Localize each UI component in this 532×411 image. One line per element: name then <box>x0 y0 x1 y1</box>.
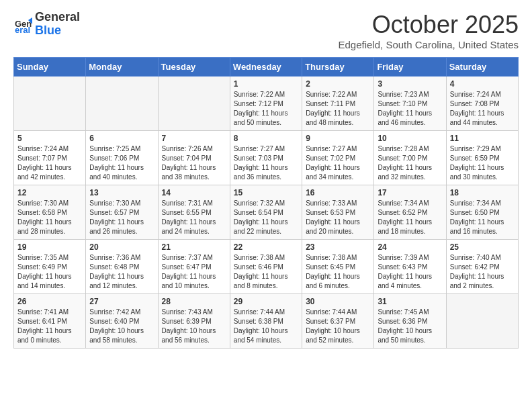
day-number: 9 <box>306 134 370 143</box>
day-info: Sunrise: 7:30 AM Sunset: 6:58 PM Dayligh… <box>17 199 82 236</box>
calendar-day-cell: 11Sunrise: 7:29 AM Sunset: 6:59 PM Dayli… <box>446 131 518 185</box>
day-number: 7 <box>162 134 226 143</box>
day-number: 30 <box>306 297 370 306</box>
weekday-header: Sunday <box>14 58 86 77</box>
day-info: Sunrise: 7:39 AM Sunset: 6:43 PM Dayligh… <box>378 253 442 291</box>
title-block: October 2025 Edgefield, South Carolina, … <box>339 11 519 50</box>
calendar-day-cell: 15Sunrise: 7:32 AM Sunset: 6:54 PM Dayli… <box>230 185 302 240</box>
day-info: Sunrise: 7:35 AM Sunset: 6:49 PM Dayligh… <box>17 253 82 291</box>
day-number: 23 <box>306 242 370 252</box>
calendar-day-cell: 29Sunrise: 7:44 AM Sunset: 6:38 PM Dayli… <box>230 294 302 349</box>
calendar-day-cell: 3Sunrise: 7:23 AM Sunset: 7:10 PM Daylig… <box>374 77 446 131</box>
day-info: Sunrise: 7:40 AM Sunset: 6:42 PM Dayligh… <box>450 253 515 291</box>
day-number: 3 <box>378 79 442 89</box>
day-info: Sunrise: 7:29 AM Sunset: 6:59 PM Dayligh… <box>450 144 515 182</box>
day-number: 21 <box>162 242 226 252</box>
day-number: 2 <box>306 79 370 89</box>
day-info: Sunrise: 7:23 AM Sunset: 7:10 PM Dayligh… <box>378 90 442 128</box>
month-title: October 2025 <box>339 11 519 39</box>
weekday-header-row: SundayMondayTuesdayWednesdayThursdayFrid… <box>14 58 519 77</box>
day-info: Sunrise: 7:22 AM Sunset: 7:12 PM Dayligh… <box>234 90 298 128</box>
day-info: Sunrise: 7:43 AM Sunset: 6:39 PM Dayligh… <box>162 308 226 345</box>
day-info: Sunrise: 7:42 AM Sunset: 6:40 PM Dayligh… <box>89 308 154 345</box>
calendar-day-cell: 21Sunrise: 7:37 AM Sunset: 6:47 PM Dayli… <box>158 240 230 294</box>
calendar-day-cell: 12Sunrise: 7:30 AM Sunset: 6:58 PM Dayli… <box>14 185 86 240</box>
day-number: 11 <box>450 134 515 143</box>
location: Edgefield, South Carolina, United States <box>339 39 519 50</box>
day-info: Sunrise: 7:22 AM Sunset: 7:11 PM Dayligh… <box>306 90 370 128</box>
svg-text:eral: eral <box>15 25 30 34</box>
day-info: Sunrise: 7:37 AM Sunset: 6:47 PM Dayligh… <box>162 253 226 291</box>
day-info: Sunrise: 7:27 AM Sunset: 7:02 PM Dayligh… <box>306 144 370 182</box>
day-number: 14 <box>162 188 226 197</box>
day-number: 17 <box>378 188 442 197</box>
logo-general: General <box>35 11 80 24</box>
day-number: 25 <box>450 242 515 252</box>
calendar-day-cell: 30Sunrise: 7:44 AM Sunset: 6:37 PM Dayli… <box>302 294 374 349</box>
logo-blue: Blue <box>35 24 80 38</box>
day-info: Sunrise: 7:44 AM Sunset: 6:37 PM Dayligh… <box>306 308 370 345</box>
day-info: Sunrise: 7:41 AM Sunset: 6:41 PM Dayligh… <box>17 308 82 345</box>
calendar-day-cell: 16Sunrise: 7:33 AM Sunset: 6:53 PM Dayli… <box>302 185 374 240</box>
calendar-day-cell: 18Sunrise: 7:34 AM Sunset: 6:50 PM Dayli… <box>446 185 518 240</box>
day-info: Sunrise: 7:24 AM Sunset: 7:07 PM Dayligh… <box>17 144 82 182</box>
day-info: Sunrise: 7:27 AM Sunset: 7:03 PM Dayligh… <box>234 144 298 182</box>
day-info: Sunrise: 7:25 AM Sunset: 7:06 PM Dayligh… <box>89 144 154 182</box>
day-number: 12 <box>17 188 82 197</box>
calendar-day-cell: 6Sunrise: 7:25 AM Sunset: 7:06 PM Daylig… <box>86 131 158 185</box>
day-info: Sunrise: 7:36 AM Sunset: 6:48 PM Dayligh… <box>89 253 154 291</box>
calendar-day-cell: 22Sunrise: 7:38 AM Sunset: 6:46 PM Dayli… <box>230 240 302 294</box>
calendar-day-cell: 5Sunrise: 7:24 AM Sunset: 7:07 PM Daylig… <box>14 131 86 185</box>
logo-icon: Gen eral <box>13 15 32 34</box>
day-info: Sunrise: 7:32 AM Sunset: 6:54 PM Dayligh… <box>234 199 298 236</box>
calendar-day-cell: 31Sunrise: 7:45 AM Sunset: 6:36 PM Dayli… <box>374 294 446 349</box>
day-info: Sunrise: 7:34 AM Sunset: 6:52 PM Dayligh… <box>378 199 442 236</box>
calendar-day-cell: 1Sunrise: 7:22 AM Sunset: 7:12 PM Daylig… <box>230 77 302 131</box>
weekday-header: Saturday <box>446 58 518 77</box>
calendar-day-cell: 26Sunrise: 7:41 AM Sunset: 6:41 PM Dayli… <box>14 294 86 349</box>
logo-text: General Blue <box>35 11 80 38</box>
page-header: Gen eral General Blue October 2025 Edgef… <box>13 11 519 50</box>
day-info: Sunrise: 7:44 AM Sunset: 6:38 PM Dayligh… <box>234 308 298 345</box>
weekday-header: Wednesday <box>230 58 302 77</box>
day-number: 24 <box>378 242 442 252</box>
calendar-day-cell: 2Sunrise: 7:22 AM Sunset: 7:11 PM Daylig… <box>302 77 374 131</box>
day-number: 29 <box>234 297 298 306</box>
day-number: 13 <box>89 188 154 197</box>
day-number: 4 <box>450 79 515 89</box>
day-number: 20 <box>89 242 154 252</box>
day-number: 19 <box>17 242 82 252</box>
calendar-day-cell: 8Sunrise: 7:27 AM Sunset: 7:03 PM Daylig… <box>230 131 302 185</box>
day-number: 8 <box>234 134 298 143</box>
calendar-week-row: 12Sunrise: 7:30 AM Sunset: 6:58 PM Dayli… <box>14 185 519 240</box>
calendar-day-cell <box>14 77 86 131</box>
calendar-day-cell: 13Sunrise: 7:30 AM Sunset: 6:57 PM Dayli… <box>86 185 158 240</box>
day-number: 6 <box>89 134 154 143</box>
day-info: Sunrise: 7:31 AM Sunset: 6:55 PM Dayligh… <box>162 199 226 236</box>
day-number: 15 <box>234 188 298 197</box>
day-number: 5 <box>17 134 82 143</box>
logo: Gen eral General Blue <box>13 11 80 38</box>
calendar-table: SundayMondayTuesdayWednesdayThursdayFrid… <box>13 57 519 349</box>
calendar-day-cell <box>86 77 158 131</box>
calendar-day-cell <box>158 77 230 131</box>
calendar-day-cell: 28Sunrise: 7:43 AM Sunset: 6:39 PM Dayli… <box>158 294 230 349</box>
day-number: 27 <box>89 297 154 306</box>
calendar-day-cell: 24Sunrise: 7:39 AM Sunset: 6:43 PM Dayli… <box>374 240 446 294</box>
day-info: Sunrise: 7:24 AM Sunset: 7:08 PM Dayligh… <box>450 90 515 128</box>
calendar-day-cell: 19Sunrise: 7:35 AM Sunset: 6:49 PM Dayli… <box>14 240 86 294</box>
weekday-header: Monday <box>86 58 158 77</box>
calendar-week-row: 1Sunrise: 7:22 AM Sunset: 7:12 PM Daylig… <box>14 77 519 131</box>
calendar-day-cell: 27Sunrise: 7:42 AM Sunset: 6:40 PM Dayli… <box>86 294 158 349</box>
day-number: 10 <box>378 134 442 143</box>
day-info: Sunrise: 7:26 AM Sunset: 7:04 PM Dayligh… <box>162 144 226 182</box>
weekday-header: Friday <box>374 58 446 77</box>
calendar-day-cell: 7Sunrise: 7:26 AM Sunset: 7:04 PM Daylig… <box>158 131 230 185</box>
calendar-day-cell <box>446 294 518 349</box>
day-number: 31 <box>378 297 442 306</box>
calendar-day-cell: 4Sunrise: 7:24 AM Sunset: 7:08 PM Daylig… <box>446 77 518 131</box>
calendar-day-cell: 10Sunrise: 7:28 AM Sunset: 7:00 PM Dayli… <box>374 131 446 185</box>
day-info: Sunrise: 7:30 AM Sunset: 6:57 PM Dayligh… <box>89 199 154 236</box>
calendar-day-cell: 14Sunrise: 7:31 AM Sunset: 6:55 PM Dayli… <box>158 185 230 240</box>
day-info: Sunrise: 7:28 AM Sunset: 7:00 PM Dayligh… <box>378 144 442 182</box>
